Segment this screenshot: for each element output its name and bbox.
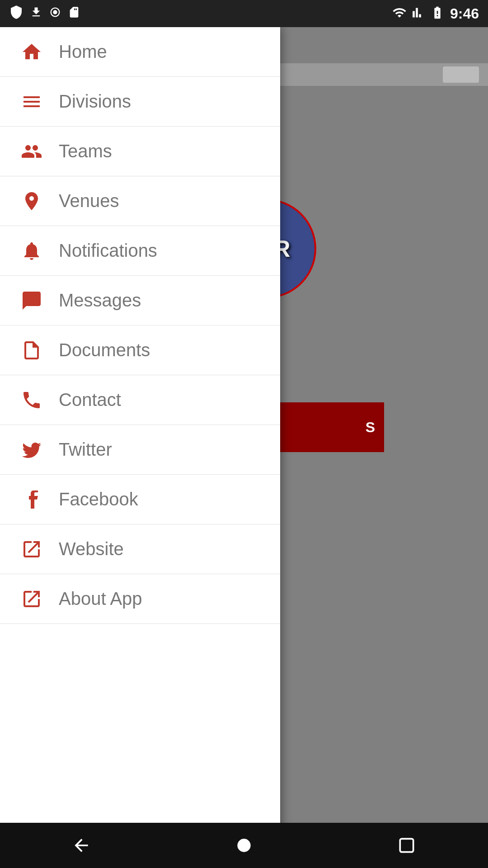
- shield-icon: [9, 5, 23, 23]
- sidebar-item-website[interactable]: Website: [0, 524, 280, 574]
- divisions-icon: [18, 88, 45, 115]
- venues-label: Venues: [59, 191, 119, 211]
- sidebar-item-twitter[interactable]: Twitter: [0, 425, 280, 475]
- main-layout: VER S Home Divisions Teams: [0, 27, 488, 868]
- sidebar-item-divisions[interactable]: Divisions: [0, 77, 280, 127]
- teams-icon: [18, 138, 45, 165]
- twitter-label: Twitter: [59, 439, 112, 460]
- divisions-label: Divisions: [59, 91, 131, 112]
- website-label: Website: [59, 539, 124, 559]
- wifi-icon: [392, 5, 407, 22]
- sd-card-icon: [68, 6, 80, 22]
- drawer-menu: Home Divisions Teams Venues: [0, 27, 280, 868]
- battery-icon: [430, 5, 445, 22]
- facebook-icon: [18, 486, 45, 513]
- sidebar-item-contact[interactable]: Contact: [0, 375, 280, 425]
- sidebar-item-messages[interactable]: Messages: [0, 276, 280, 326]
- sidebar-item-documents[interactable]: Documents: [0, 326, 280, 375]
- signal-icon: [412, 5, 425, 22]
- twitter-icon: [18, 436, 45, 463]
- svg-point-1: [53, 10, 57, 14]
- status-bar: 9:46: [0, 0, 488, 27]
- sidebar-item-venues[interactable]: Venues: [0, 176, 280, 226]
- documents-icon: [18, 337, 45, 364]
- contact-icon: [18, 387, 45, 414]
- home-icon: [18, 38, 45, 66]
- bg-button-text: S: [366, 419, 375, 436]
- notifications-icon: [18, 237, 45, 264]
- sidebar-item-home[interactable]: Home: [0, 27, 280, 77]
- contact-label: Contact: [59, 390, 121, 410]
- sidebar-item-teams[interactable]: Teams: [0, 127, 280, 176]
- status-icons-left: [9, 5, 80, 23]
- download-icon: [30, 6, 42, 22]
- recent-apps-button[interactable]: [384, 832, 429, 859]
- status-icons-right: 9:46: [392, 5, 479, 22]
- teams-label: Teams: [59, 141, 112, 161]
- messages-icon: [18, 287, 45, 314]
- messages-label: Messages: [59, 290, 141, 311]
- home-label: Home: [59, 42, 107, 62]
- about-app-label: About App: [59, 589, 142, 609]
- facebook-label: Facebook: [59, 489, 138, 509]
- svg-rect-3: [400, 839, 413, 852]
- about-app-icon: [18, 585, 45, 613]
- notifications-label: Notifications: [59, 241, 157, 261]
- sidebar-item-about-app[interactable]: About App: [0, 574, 280, 624]
- venues-icon: [18, 188, 45, 215]
- sidebar-item-notifications[interactable]: Notifications: [0, 226, 280, 276]
- sidebar-item-facebook[interactable]: Facebook: [0, 475, 280, 524]
- record-icon: [49, 6, 61, 22]
- bg-topbar-btn: [443, 66, 479, 83]
- nav-bar: [0, 823, 488, 868]
- documents-label: Documents: [59, 340, 150, 360]
- home-button[interactable]: [221, 832, 267, 859]
- website-icon: [18, 536, 45, 563]
- back-button[interactable]: [59, 832, 104, 859]
- svg-point-2: [237, 839, 250, 852]
- status-time: 9:46: [450, 5, 479, 22]
